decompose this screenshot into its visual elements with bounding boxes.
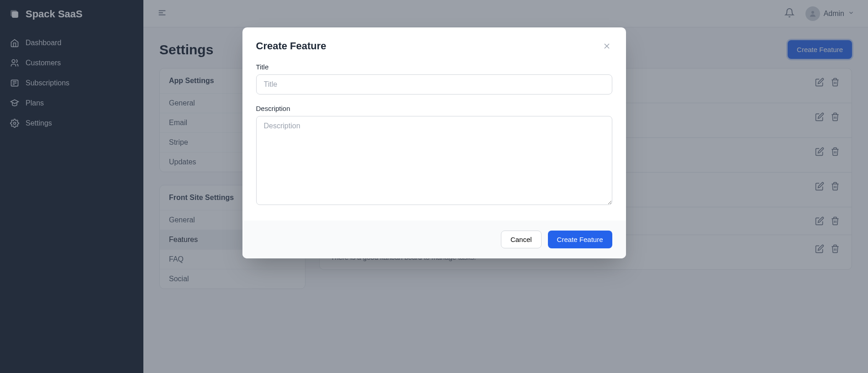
description-label: Description (256, 105, 612, 112)
cancel-button[interactable]: Cancel (501, 231, 542, 248)
close-icon[interactable] (601, 41, 612, 52)
modal-title: Create Feature (256, 40, 326, 52)
title-input[interactable] (256, 74, 612, 95)
create-feature-modal: Create Feature Title Description Cancel … (242, 27, 626, 258)
title-label: Title (256, 63, 612, 71)
submit-button[interactable]: Create Feature (548, 231, 612, 248)
description-input[interactable] (256, 116, 612, 205)
